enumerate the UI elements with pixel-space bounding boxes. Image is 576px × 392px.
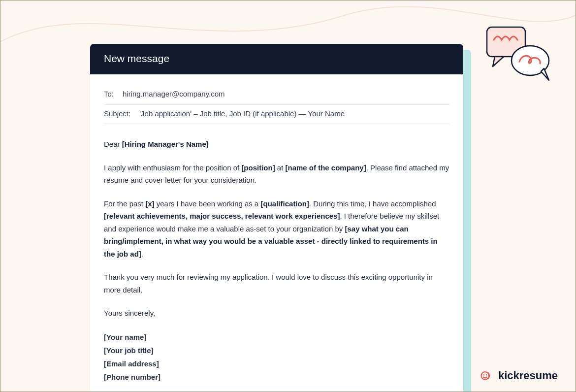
svg-point-4 xyxy=(486,374,487,375)
subject-value[interactable]: 'Job application' – Job title, Job ID (i… xyxy=(139,107,345,120)
to-row: To: hiring.manager@company.com xyxy=(104,86,449,105)
sig-phone: [Phone number] xyxy=(104,370,449,384)
brand-name: kickresume xyxy=(498,369,558,382)
sig-job-title: [Your job title] xyxy=(104,344,449,357)
email-compose-card: New message To: hiring.manager@company.c… xyxy=(90,44,463,392)
paragraph-3: Thank you very much for reviewing my app… xyxy=(104,271,449,296)
sig-email: [Email address] xyxy=(104,357,449,370)
sig-name: [Your name] xyxy=(104,330,449,344)
p2-achievements-placeholder: [relevant achievements, major success, r… xyxy=(104,212,340,220)
speech-bubbles-illustration xyxy=(481,24,555,83)
p3-text: Thank you very much for reviewing my app… xyxy=(104,273,433,294)
closing-text: Yours sincerely, xyxy=(104,309,155,317)
p2-text-a: For the past xyxy=(104,199,145,208)
p2-years-placeholder: [x] xyxy=(145,199,154,208)
brand-logo: kickresume xyxy=(480,369,558,383)
greeting-prefix: Dear xyxy=(104,140,122,148)
greeting-line: Dear [Hiring Manager's Name] xyxy=(104,138,449,151)
subject-row: Subject: 'Job application' – Job title, … xyxy=(104,106,449,125)
kickresume-icon xyxy=(480,369,493,383)
p2-text-c: years I have been working as a xyxy=(155,199,261,208)
to-label: To: xyxy=(104,88,114,100)
closing-line: Yours sincerely, xyxy=(104,307,449,320)
compose-header: New message xyxy=(90,44,463,74)
p1-text-c: at xyxy=(275,163,286,172)
compose-title: New message xyxy=(104,53,169,64)
to-value[interactable]: hiring.manager@company.com xyxy=(123,88,225,100)
p1-text-a: I apply with enthusiasm for the position… xyxy=(104,163,241,172)
p2-text-i: . xyxy=(141,250,143,258)
p2-text-e: . During this time, I have accomplished xyxy=(309,199,436,208)
subject-label: Subject: xyxy=(104,107,130,120)
p1-company-placeholder: [name of the company] xyxy=(286,163,366,172)
signature-block: [Your name] [Your job title] [Email addr… xyxy=(104,330,449,384)
paragraph-1: I apply with enthusiasm for the position… xyxy=(104,162,449,187)
greeting-placeholder: [Hiring Manager's Name] xyxy=(122,140,209,148)
svg-point-3 xyxy=(483,374,484,375)
paragraph-2: For the past [x] years I have been worki… xyxy=(104,197,449,261)
p1-position-placeholder: [position] xyxy=(241,163,275,172)
compose-body: To: hiring.manager@company.com Subject: … xyxy=(90,74,463,392)
p2-qualification-placeholder: [qualification] xyxy=(261,199,309,208)
